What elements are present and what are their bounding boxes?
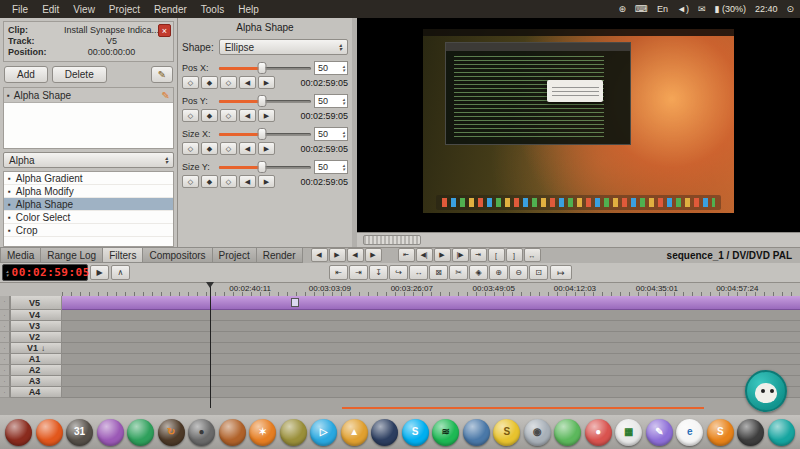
zoom-fit-button[interactable]: ⊡ xyxy=(529,265,548,280)
track-lane[interactable] xyxy=(62,321,800,332)
tab-compositors[interactable]: Compositors xyxy=(142,247,211,263)
dock-icon-notes[interactable] xyxy=(127,419,154,446)
kf-prev-button[interactable]: ◀ xyxy=(239,76,256,89)
dock-icon-office[interactable]: ▦ xyxy=(615,419,642,446)
dock-icon-steam[interactable]: ◉ xyxy=(524,419,551,446)
spinner-arrows-icon[interactable]: ▴▾ xyxy=(342,97,345,105)
dock-icon-mascot[interactable] xyxy=(768,419,795,446)
menu-view[interactable]: View xyxy=(67,3,101,16)
delete-filter-button[interactable]: Delete xyxy=(52,66,107,83)
track-a3[interactable]: · A3 xyxy=(0,376,62,387)
shape-select[interactable]: Ellipse ▴▾ xyxy=(219,39,348,55)
kf-add-button[interactable]: ◆ xyxy=(201,76,218,89)
track-a2[interactable]: · A2 xyxy=(0,365,62,376)
track-state-icon[interactable]: · xyxy=(0,332,10,343)
param-slider[interactable] xyxy=(219,94,311,108)
dock-icon-olive[interactable] xyxy=(280,419,307,446)
kf-toggle-button[interactable]: ◇ xyxy=(182,76,199,89)
prev-frame-button[interactable]: ◀| xyxy=(416,248,433,262)
timeline-marker-button[interactable]: ∧ xyxy=(111,265,130,280)
kf-add-button[interactable]: ◆ xyxy=(201,175,218,188)
prev-edit-button[interactable]: ⇤ xyxy=(329,265,348,280)
indicator-session-icon[interactable]: ⊙ xyxy=(786,4,794,14)
kf-toggle-button[interactable]: ◇ xyxy=(182,109,199,122)
filter-group-select[interactable]: Alpha ▴▾ xyxy=(3,152,174,168)
track-state-icon[interactable]: · xyxy=(0,387,10,398)
track-v2[interactable]: · V2 xyxy=(0,332,62,343)
param-slider[interactable] xyxy=(219,160,311,174)
param-slider[interactable] xyxy=(219,127,311,141)
param-value-spinner[interactable]: 50 ▴▾ xyxy=(314,127,348,141)
dock-icon-calendar[interactable]: 31 xyxy=(66,419,93,446)
kf-delete-button[interactable]: ◇ xyxy=(220,175,237,188)
edit-filters-toggle-button[interactable]: ✎ xyxy=(151,66,173,83)
track-lane[interactable] xyxy=(62,332,800,343)
next-edit-button[interactable]: ⇥ xyxy=(349,265,368,280)
next-frame-button[interactable]: |▶ xyxy=(452,248,469,262)
track-state-icon[interactable]: · xyxy=(0,354,10,365)
track-v1[interactable]: · V1↓ xyxy=(0,343,62,354)
indicator-keyboard-icon[interactable]: ⌨ xyxy=(635,4,648,14)
track-lane[interactable] xyxy=(62,376,800,387)
range-back-button[interactable]: ◀ xyxy=(311,248,328,262)
kf-next-button[interactable]: ▶ xyxy=(258,142,275,155)
track-v4[interactable]: · V4 xyxy=(0,310,62,321)
param-slider[interactable] xyxy=(219,61,311,75)
track-state-icon[interactable]: · xyxy=(0,310,10,321)
dock-icon-record[interactable]: ● xyxy=(585,419,612,446)
track-lane[interactable] xyxy=(62,310,800,321)
track-state-icon[interactable]: · xyxy=(0,321,10,332)
kf-prev-button[interactable]: ◀ xyxy=(239,175,256,188)
dock-icon-sphere[interactable] xyxy=(5,419,32,446)
track-v5[interactable]: · V5 xyxy=(0,296,62,310)
zoom-out-button[interactable]: ⊖ xyxy=(509,265,528,280)
log-forward-button[interactable]: ▶ xyxy=(365,248,382,262)
menu-tools[interactable]: Tools xyxy=(195,3,230,16)
dock-icon-sublime[interactable]: S xyxy=(707,419,734,446)
kf-next-button[interactable]: ▶ xyxy=(258,109,275,122)
dock-icon-spotify[interactable]: ≋ xyxy=(432,419,459,446)
edit-filter-icon[interactable]: ✎ xyxy=(162,90,170,101)
tab-render[interactable]: Render xyxy=(256,247,303,263)
menu-file[interactable]: File xyxy=(6,3,34,16)
indicator-language[interactable]: En xyxy=(657,4,668,14)
dock-icon-skype[interactable]: S xyxy=(402,419,429,446)
pointer-tool-button[interactable]: ↦ xyxy=(550,265,572,280)
indicator-app-icon[interactable]: ⊛ xyxy=(618,4,626,14)
menu-render[interactable]: Render xyxy=(148,3,193,16)
kf-next-button[interactable]: ▶ xyxy=(258,175,275,188)
mark-out-button[interactable]: ] xyxy=(506,248,523,262)
filter-item-alpha-shape[interactable]: ▪ Alpha Shape xyxy=(4,198,173,211)
menu-edit[interactable]: Edit xyxy=(36,3,65,16)
mark-in-button[interactable]: [ xyxy=(488,248,505,262)
timeline-play-button[interactable]: ▶ xyxy=(90,265,109,280)
tab-media[interactable]: Media xyxy=(0,247,40,263)
track-v3[interactable]: · V3 xyxy=(0,321,62,332)
track-lane[interactable] xyxy=(62,365,800,376)
kf-prev-button[interactable]: ◀ xyxy=(239,142,256,155)
dock-icon-design[interactable]: ✎ xyxy=(646,419,673,446)
indicator-volume-icon[interactable]: ◄) xyxy=(677,4,689,14)
tab-filters[interactable]: Filters xyxy=(102,247,142,263)
dock-icon-e[interactable]: e xyxy=(676,419,703,446)
playhead[interactable] xyxy=(210,282,211,408)
kf-delete-button[interactable]: ◇ xyxy=(220,76,237,89)
track-state-icon[interactable]: · xyxy=(0,296,10,310)
range-forward-button[interactable]: ▶ xyxy=(329,248,346,262)
filter-item-alpha-gradient[interactable]: ▪ Alpha Gradient xyxy=(4,172,173,185)
to-end-button[interactable]: ⇥ xyxy=(470,248,487,262)
dock-icon-telegram[interactable]: ▷ xyxy=(310,419,337,446)
track-state-icon[interactable]: · xyxy=(0,365,10,376)
filter-stack-item-alpha-shape[interactable]: ▪ Alpha Shape ✎ xyxy=(4,88,173,103)
indicator-clock[interactable]: 22:40 xyxy=(755,4,778,14)
filter-item-alpha-modify[interactable]: ▪ Alpha Modify xyxy=(4,185,173,198)
kf-add-button[interactable]: ◆ xyxy=(201,142,218,155)
slider-handle[interactable] xyxy=(258,128,267,140)
param-value-spinner[interactable]: 50 ▴▾ xyxy=(314,94,348,108)
dock-icon-blue-app[interactable] xyxy=(463,419,490,446)
filter-item-crop[interactable]: ▪ Crop xyxy=(4,224,173,237)
param-value-spinner[interactable]: 50 ▴▾ xyxy=(314,160,348,174)
kf-add-button[interactable]: ◆ xyxy=(201,109,218,122)
kf-delete-button[interactable]: ◇ xyxy=(220,142,237,155)
dock-icon-vlc[interactable]: ▲ xyxy=(341,419,368,446)
